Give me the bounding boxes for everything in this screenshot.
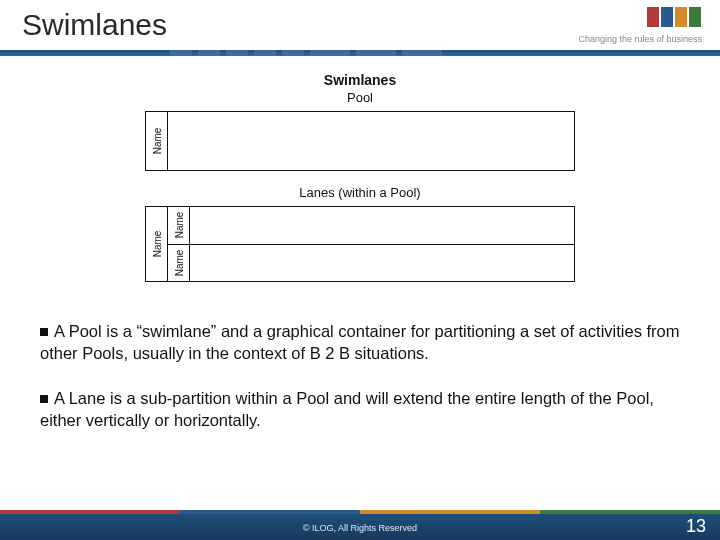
paragraph-text: A Lane is a sub-partition within a Pool … — [40, 389, 654, 429]
slide-title: Swimlanes — [22, 8, 167, 42]
bullet-icon — [40, 328, 48, 336]
pool-label: Name — [151, 128, 162, 155]
body-text: A Pool is a “swimlane” and a graphical c… — [40, 320, 680, 453]
copyright: © ILOG, All Rights Reserved — [303, 523, 417, 533]
pool-diagram: Name — [145, 111, 575, 171]
header-decoration — [170, 50, 590, 56]
figure-pool-caption: Pool — [0, 90, 720, 105]
lanes-diagram: Name Name Name — [145, 206, 575, 282]
figure-lanes-caption: Lanes (within a Pool) — [0, 185, 720, 200]
paragraph: A Lane is a sub-partition within a Pool … — [40, 387, 680, 432]
bullet-icon — [40, 395, 48, 403]
lane-cell — [190, 207, 574, 244]
lanes-outer-head: Name — [146, 207, 168, 281]
page-number: 13 — [686, 516, 706, 537]
pool-head: Name — [146, 112, 168, 170]
paragraph-text: A Pool is a “swimlane” and a graphical c… — [40, 322, 679, 362]
lane-row: Name — [168, 207, 574, 244]
header: Swimlanes Changing the rules of business — [0, 0, 720, 68]
slide: Swimlanes Changing the rules of business… — [0, 0, 720, 540]
lanes-outer-label: Name — [151, 231, 162, 258]
lanes-column: Name Name — [168, 207, 574, 281]
lane-head: Name — [168, 207, 190, 244]
figure: Swimlanes Pool Name Lanes (within a Pool… — [0, 72, 720, 282]
lane-head: Name — [168, 245, 190, 282]
lane-cell — [190, 245, 574, 282]
lane-label: Name — [173, 212, 184, 239]
lane-row: Name — [168, 244, 574, 282]
paragraph: A Pool is a “swimlane” and a graphical c… — [40, 320, 680, 365]
pool-body — [168, 112, 574, 170]
logo-tagline: Changing the rules of business — [578, 34, 702, 44]
figure-title: Swimlanes — [0, 72, 720, 88]
logo-icon — [646, 6, 702, 28]
lane-label: Name — [173, 249, 184, 276]
logo — [646, 6, 702, 28]
